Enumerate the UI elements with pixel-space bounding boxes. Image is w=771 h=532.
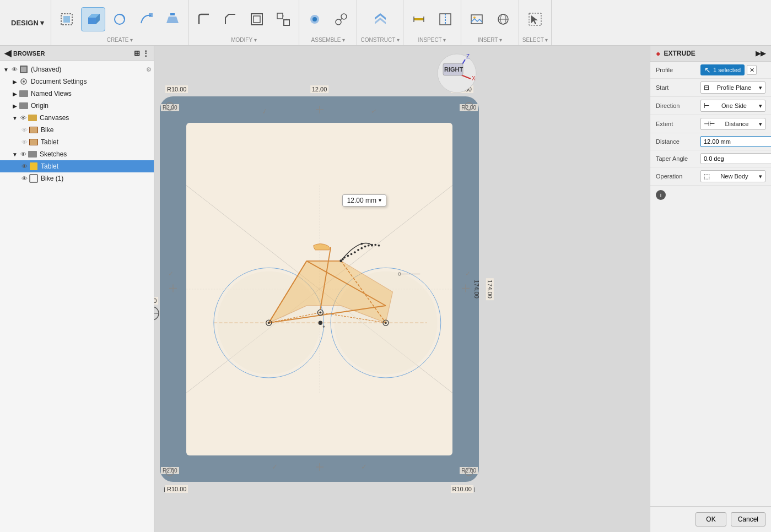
taper-input[interactable] <box>700 153 771 164</box>
viewport[interactable]: R10.00 R10.00 R10.00 R10.00 12.00 174.00 <box>160 51 479 526</box>
panel-row-taper: Taper Angle ▲ ▼ <box>650 150 771 167</box>
canvases-eye-icon[interactable]: 👁 <box>19 115 28 121</box>
distance-popup[interactable]: 12.00 mm ▾ <box>342 194 386 207</box>
extrude-tool[interactable] <box>81 7 105 31</box>
tree-item-origin[interactable]: ▶ Origin <box>0 100 154 112</box>
ok-button[interactable]: OK <box>695 512 726 526</box>
panel-spacer <box>650 204 771 506</box>
bike-canvas-icon <box>29 125 39 135</box>
sweep-tool[interactable] <box>134 7 158 31</box>
direction-dropdown[interactable]: ⊢ One Side ▾ <box>700 100 765 112</box>
insert-mesh-tool[interactable] <box>491 7 515 31</box>
select-section: SELECT ▾ <box>519 0 552 45</box>
sketches-eye-icon[interactable]: 👁 <box>19 151 28 158</box>
svg-rect-41 <box>30 139 37 145</box>
svg-marker-8 <box>166 17 179 23</box>
insert-image-tool[interactable] <box>465 7 489 31</box>
tree-item-root[interactable]: ▼ 👁 (Unsaved) ⚙ <box>0 63 154 75</box>
root-eye-icon[interactable]: 👁 <box>10 66 19 73</box>
chamfer-tool[interactable] <box>218 7 242 31</box>
svg-rect-6 <box>149 13 153 17</box>
extrude-title: EXTRUDE <box>664 50 695 57</box>
info-icon[interactable]: i <box>656 190 666 200</box>
operation-dropdown[interactable]: ⬚ New Body ▾ <box>700 170 765 182</box>
fillet-tool[interactable] <box>192 7 216 31</box>
insert-image-icon <box>469 12 484 27</box>
edge-handle-top[interactable] <box>314 104 325 117</box>
taper-control: ▲ ▼ <box>700 153 771 164</box>
browser-options-icon[interactable]: ⊞ <box>134 49 140 57</box>
loft-tool[interactable] <box>160 7 185 31</box>
corner-handle-br[interactable] <box>463 466 475 477</box>
browser-resize-icon[interactable]: ⋮ <box>142 49 149 57</box>
extent-dropdown[interactable]: ⊣⊢ Distance ▾ <box>700 118 765 130</box>
measure-tool[interactable] <box>407 7 431 31</box>
svg-point-73 <box>360 247 363 249</box>
corner-handle-tr[interactable] <box>463 101 475 112</box>
extrude-icon <box>85 12 101 27</box>
cancel-button[interactable]: Cancel <box>731 512 765 526</box>
insert-label[interactable]: INSERT ▾ <box>478 37 502 43</box>
tree-item-canvases[interactable]: ▼ 👁 Canvases <box>0 112 154 124</box>
tree-item-named-views[interactable]: ▶ Named Views <box>0 88 154 100</box>
profile-label: Profile <box>656 67 697 73</box>
panel-row-extent: Extent ⊣⊢ Distance ▾ <box>650 115 771 133</box>
tree-item-tablet-canvas[interactable]: 👁 Tablet <box>0 136 154 148</box>
tree-item-doc-settings[interactable]: ▶ Document Settings <box>0 75 154 88</box>
corner-handle-bl[interactable] <box>164 466 175 477</box>
profile-control: ↖ 1 selected ✕ <box>700 64 765 75</box>
bike-canvas-eye-icon[interactable]: 👁 <box>20 127 29 133</box>
tree-item-bike-canvas[interactable]: 👁 Bike <box>0 124 154 136</box>
select-tool[interactable] <box>523 7 547 31</box>
tablet-canvas-eye-icon[interactable]: 👁 <box>20 139 29 145</box>
distance-input[interactable] <box>700 136 771 147</box>
tree-item-tablet-sketch[interactable]: 👁 Tablet <box>0 160 154 172</box>
origin-arrow: ▶ <box>11 103 19 109</box>
tablet-inner-canvas[interactable]: ⌖ 12.00 mm ▾ <box>186 123 452 455</box>
shell-tool[interactable] <box>245 7 269 31</box>
design-button[interactable]: DESIGN ▾ <box>4 0 51 45</box>
tree-item-sketches[interactable]: ▼ 👁 Sketches <box>0 148 154 160</box>
select-label[interactable]: SELECT ▾ <box>522 37 548 43</box>
modify-label[interactable]: MODIFY ▾ <box>231 37 256 43</box>
motion-link-tool[interactable] <box>329 7 353 31</box>
svg-point-37 <box>23 80 25 83</box>
distance-dropdown-icon[interactable]: ▾ <box>379 197 381 203</box>
tablet-sketch-icon <box>29 161 39 171</box>
modify-section: MODIFY ▾ <box>188 0 299 45</box>
dim-right: 174.00 <box>486 278 494 300</box>
edge-handle-bottom[interactable] <box>314 462 325 474</box>
root-settings-icon[interactable]: ⚙ <box>146 66 152 73</box>
distance-label: Distance <box>656 138 697 145</box>
create-label[interactable]: CREATE ▾ <box>107 37 133 43</box>
bike-sketch-eye-icon[interactable]: 👁 <box>20 175 29 182</box>
edge-handle-left[interactable] <box>168 283 179 295</box>
tree-item-bike-sketch[interactable]: 👁 Bike (1) <box>0 172 154 184</box>
corner-handle-tl[interactable] <box>164 101 175 112</box>
browser-collapse-icon[interactable]: ◀ <box>4 48 11 58</box>
revolve-tool[interactable] <box>107 7 132 31</box>
profile-selected-badge[interactable]: ↖ 1 selected <box>700 64 745 75</box>
construct-label[interactable]: CONSTRUCT ▾ <box>360 37 399 43</box>
joint-icon <box>307 12 322 27</box>
assemble-label[interactable]: ASSEMBLE ▾ <box>311 37 346 43</box>
new-body-tool[interactable] <box>55 7 79 31</box>
offset-plane-tool[interactable] <box>368 7 392 31</box>
compass[interactable]: Z X RIGHT <box>435 51 479 95</box>
inspect-label[interactable]: INSPECT ▾ <box>418 37 446 43</box>
section-analysis-tool[interactable] <box>433 7 457 31</box>
profile-clear-button[interactable]: ✕ <box>747 65 757 75</box>
fillet-icon <box>196 12 212 27</box>
svg-point-72 <box>357 248 359 251</box>
joint-tool[interactable] <box>303 7 327 31</box>
edge-handle-right[interactable] <box>460 283 471 295</box>
start-dropdown[interactable]: ⊟ Profile Plane ▾ <box>700 82 765 94</box>
root-label: (Unsaved) <box>31 66 146 73</box>
dim-angle: 7.90 <box>154 297 158 305</box>
panel-expand-icon[interactable]: ▶▶ <box>756 50 765 57</box>
canvas-area[interactable]: Z X RIGHT R10.00 R10.00 R10.00 R10.00 12… <box>154 46 650 532</box>
scale-tool[interactable] <box>271 7 295 31</box>
svg-point-65 <box>360 242 363 245</box>
constraint-check-5: ✓ <box>168 270 174 278</box>
tablet-sketch-eye-icon[interactable]: 👁 <box>20 163 29 170</box>
